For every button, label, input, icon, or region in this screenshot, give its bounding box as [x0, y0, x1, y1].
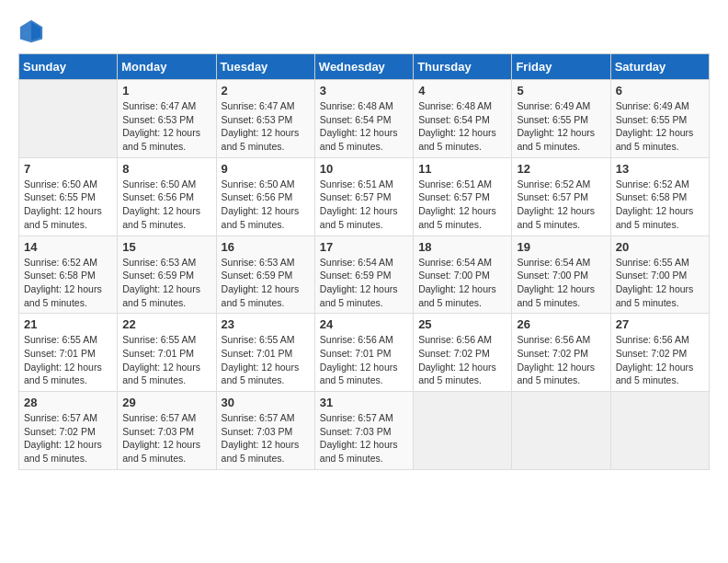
calendar-cell: [414, 392, 512, 470]
day-info: Sunrise: 6:54 AM Sunset: 7:00 PM Dayligh…: [418, 256, 506, 310]
calendar-cell: 10 Sunrise: 6:51 AM Sunset: 6:57 PM Dayl…: [314, 157, 413, 236]
day-info: Sunrise: 6:48 AM Sunset: 6:54 PM Dayligh…: [418, 99, 506, 154]
day-info: Sunrise: 6:52 AM Sunset: 6:58 PM Dayligh…: [616, 178, 704, 232]
day-info: Sunrise: 6:54 AM Sunset: 7:00 PM Dayligh…: [517, 256, 605, 310]
weekday-header-monday: Monday: [118, 54, 216, 80]
day-number: 3: [320, 84, 408, 98]
day-number: 16: [222, 240, 310, 254]
calendar-week-row: 28 Sunrise: 6:57 AM Sunset: 7:02 PM Dayl…: [19, 392, 710, 470]
weekday-header-friday: Friday: [512, 54, 610, 80]
calendar-cell: [19, 80, 118, 158]
calendar-cell: 28 Sunrise: 6:57 AM Sunset: 7:02 PM Dayl…: [19, 392, 118, 470]
day-number: 19: [517, 240, 605, 254]
day-info: Sunrise: 6:56 AM Sunset: 7:02 PM Dayligh…: [616, 333, 704, 387]
calendar-cell: 26 Sunrise: 6:56 AM Sunset: 7:02 PM Dayl…: [512, 314, 610, 392]
day-info: Sunrise: 6:48 AM Sunset: 6:54 PM Dayligh…: [320, 99, 408, 154]
calendar-cell: 31 Sunrise: 6:57 AM Sunset: 7:03 PM Dayl…: [314, 392, 413, 470]
day-number: 25: [418, 317, 506, 331]
day-number: 7: [24, 162, 112, 176]
day-info: Sunrise: 6:51 AM Sunset: 6:57 PM Dayligh…: [320, 178, 408, 232]
day-info: Sunrise: 6:52 AM Sunset: 6:58 PM Dayligh…: [24, 256, 112, 310]
weekday-header-row: SundayMondayTuesdayWednesdayThursdayFrid…: [19, 54, 710, 80]
calendar-cell: 9 Sunrise: 6:50 AM Sunset: 6:56 PM Dayli…: [216, 157, 314, 236]
calendar-cell: 6 Sunrise: 6:49 AM Sunset: 6:55 PM Dayli…: [610, 80, 709, 158]
calendar-cell: 18 Sunrise: 6:54 AM Sunset: 7:00 PM Dayl…: [414, 236, 512, 314]
calendar-week-row: 7 Sunrise: 6:50 AM Sunset: 6:55 PM Dayli…: [19, 157, 710, 236]
weekday-header-thursday: Thursday: [414, 54, 512, 80]
day-info: Sunrise: 6:57 AM Sunset: 7:03 PM Dayligh…: [320, 411, 408, 465]
calendar-cell: 5 Sunrise: 6:49 AM Sunset: 6:55 PM Dayli…: [512, 80, 610, 158]
calendar-table: SundayMondayTuesdayWednesdayThursdayFrid…: [18, 53, 710, 470]
day-info: Sunrise: 6:51 AM Sunset: 6:57 PM Dayligh…: [418, 178, 506, 232]
day-number: 20: [616, 240, 704, 254]
day-number: 28: [24, 396, 112, 409]
day-info: Sunrise: 6:53 AM Sunset: 6:59 PM Dayligh…: [122, 256, 210, 310]
day-info: Sunrise: 6:57 AM Sunset: 7:02 PM Dayligh…: [24, 411, 112, 465]
logo-icon: [18, 18, 44, 44]
day-number: 31: [320, 396, 408, 409]
calendar-cell: 29 Sunrise: 6:57 AM Sunset: 7:03 PM Dayl…: [118, 392, 216, 470]
logo: [18, 18, 48, 44]
weekday-header-tuesday: Tuesday: [216, 54, 314, 80]
day-number: 22: [122, 317, 210, 331]
calendar-cell: 8 Sunrise: 6:50 AM Sunset: 6:56 PM Dayli…: [118, 157, 216, 236]
weekday-header-wednesday: Wednesday: [314, 54, 413, 80]
calendar-cell: 27 Sunrise: 6:56 AM Sunset: 7:02 PM Dayl…: [610, 314, 709, 392]
day-info: Sunrise: 6:50 AM Sunset: 6:56 PM Dayligh…: [122, 178, 210, 232]
weekday-header-sunday: Sunday: [19, 54, 118, 80]
calendar-cell: 11 Sunrise: 6:51 AM Sunset: 6:57 PM Dayl…: [414, 157, 512, 236]
day-number: 26: [517, 317, 605, 331]
weekday-header-saturday: Saturday: [610, 54, 709, 80]
calendar-cell: 17 Sunrise: 6:54 AM Sunset: 6:59 PM Dayl…: [314, 236, 413, 314]
day-info: Sunrise: 6:53 AM Sunset: 6:59 PM Dayligh…: [222, 256, 310, 310]
day-number: 21: [24, 317, 112, 331]
day-info: Sunrise: 6:50 AM Sunset: 6:56 PM Dayligh…: [222, 178, 310, 232]
day-number: 11: [418, 162, 506, 176]
calendar-cell: 2 Sunrise: 6:47 AM Sunset: 6:53 PM Dayli…: [216, 80, 314, 158]
calendar-cell: [512, 392, 610, 470]
calendar-week-row: 21 Sunrise: 6:55 AM Sunset: 7:01 PM Dayl…: [19, 314, 710, 392]
calendar-cell: 14 Sunrise: 6:52 AM Sunset: 6:58 PM Dayl…: [19, 236, 118, 314]
day-number: 29: [122, 396, 210, 409]
day-info: Sunrise: 6:50 AM Sunset: 6:55 PM Dayligh…: [24, 178, 112, 232]
day-number: 12: [517, 162, 605, 176]
day-number: 8: [122, 162, 210, 176]
day-number: 9: [222, 162, 310, 176]
calendar-cell: 24 Sunrise: 6:56 AM Sunset: 7:01 PM Dayl…: [314, 314, 413, 392]
calendar-week-row: 1 Sunrise: 6:47 AM Sunset: 6:53 PM Dayli…: [19, 80, 710, 158]
day-number: 23: [222, 317, 310, 331]
calendar-cell: 7 Sunrise: 6:50 AM Sunset: 6:55 PM Dayli…: [19, 157, 118, 236]
page-header: [18, 18, 710, 44]
calendar-cell: 22 Sunrise: 6:55 AM Sunset: 7:01 PM Dayl…: [118, 314, 216, 392]
day-info: Sunrise: 6:55 AM Sunset: 7:00 PM Dayligh…: [616, 256, 704, 310]
calendar-cell: 13 Sunrise: 6:52 AM Sunset: 6:58 PM Dayl…: [610, 157, 709, 236]
calendar-cell: 12 Sunrise: 6:52 AM Sunset: 6:57 PM Dayl…: [512, 157, 610, 236]
calendar-cell: 3 Sunrise: 6:48 AM Sunset: 6:54 PM Dayli…: [314, 80, 413, 158]
calendar-cell: 21 Sunrise: 6:55 AM Sunset: 7:01 PM Dayl…: [19, 314, 118, 392]
day-number: 30: [222, 396, 310, 409]
calendar-cell: 4 Sunrise: 6:48 AM Sunset: 6:54 PM Dayli…: [414, 80, 512, 158]
day-number: 1: [122, 84, 210, 98]
calendar-cell: [610, 392, 709, 470]
day-info: Sunrise: 6:47 AM Sunset: 6:53 PM Dayligh…: [222, 99, 310, 154]
day-number: 17: [320, 240, 408, 254]
day-info: Sunrise: 6:55 AM Sunset: 7:01 PM Dayligh…: [222, 333, 310, 387]
day-info: Sunrise: 6:56 AM Sunset: 7:01 PM Dayligh…: [320, 333, 408, 387]
day-info: Sunrise: 6:47 AM Sunset: 6:53 PM Dayligh…: [122, 99, 210, 154]
calendar-cell: 25 Sunrise: 6:56 AM Sunset: 7:02 PM Dayl…: [414, 314, 512, 392]
calendar-week-row: 14 Sunrise: 6:52 AM Sunset: 6:58 PM Dayl…: [19, 236, 710, 314]
day-number: 10: [320, 162, 408, 176]
calendar-cell: 1 Sunrise: 6:47 AM Sunset: 6:53 PM Dayli…: [118, 80, 216, 158]
day-info: Sunrise: 6:52 AM Sunset: 6:57 PM Dayligh…: [517, 178, 605, 232]
day-number: 18: [418, 240, 506, 254]
day-number: 14: [24, 240, 112, 254]
calendar-cell: 30 Sunrise: 6:57 AM Sunset: 7:03 PM Dayl…: [216, 392, 314, 470]
day-info: Sunrise: 6:54 AM Sunset: 6:59 PM Dayligh…: [320, 256, 408, 310]
day-number: 6: [616, 84, 704, 98]
day-number: 13: [616, 162, 704, 176]
day-info: Sunrise: 6:49 AM Sunset: 6:55 PM Dayligh…: [616, 99, 704, 154]
calendar-cell: 23 Sunrise: 6:55 AM Sunset: 7:01 PM Dayl…: [216, 314, 314, 392]
day-info: Sunrise: 6:55 AM Sunset: 7:01 PM Dayligh…: [24, 333, 112, 387]
day-number: 2: [222, 84, 310, 98]
day-number: 4: [418, 84, 506, 98]
